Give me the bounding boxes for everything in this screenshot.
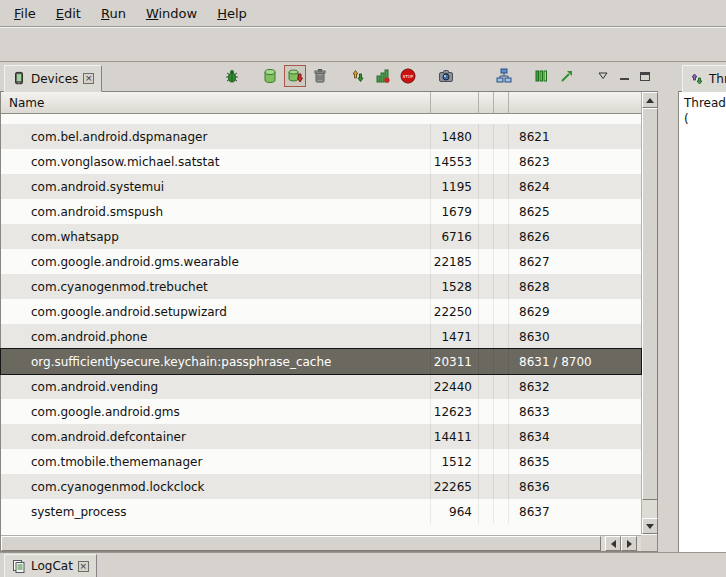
process-col4: [494, 124, 509, 149]
tab-devices[interactable]: Devices ×: [4, 65, 102, 92]
panel-sash[interactable]: [658, 62, 678, 552]
tab-threads[interactable]: Threads: [682, 65, 726, 92]
tab-logcat-close-icon[interactable]: ×: [78, 561, 89, 572]
process-list: com.bel.android.dspmanager 1480 8621 com…: [1, 114, 641, 535]
process-col3: [479, 349, 494, 374]
column-header-4[interactable]: [494, 92, 509, 113]
scroll-left-button[interactable]: [605, 536, 621, 551]
cause-gc-button[interactable]: [309, 65, 331, 87]
process-pid: 22265: [431, 474, 479, 499]
vertical-scroll-thumb[interactable]: [642, 108, 658, 500]
process-col3: [479, 224, 494, 249]
table-row[interactable]: com.cyanogenmod.trebuchet 1528 8628: [1, 274, 641, 299]
threads-tabbar: Threads: [678, 62, 726, 92]
process-col4: [494, 499, 509, 524]
process-port: 8630: [509, 324, 641, 349]
process-name: com.google.android.setupwizard: [1, 299, 431, 324]
scroll-right-button[interactable]: [621, 536, 637, 551]
process-port: 8625: [509, 199, 641, 224]
table-row[interactable]: com.android.defcontainer 14411 8634: [1, 424, 641, 449]
scrollbar-corner: [641, 535, 657, 551]
update-threads-button[interactable]: [347, 65, 369, 87]
table-row[interactable]: com.bel.android.dspmanager 1480 8621: [1, 124, 641, 149]
table-row[interactable]: com.android.phone 1471 8630: [1, 324, 641, 349]
process-col4: [494, 174, 509, 199]
process-pid: 1512: [431, 449, 479, 474]
process-row-partial: [1, 114, 641, 124]
table-row[interactable]: com.tmobile.thememanager 1512 8635: [1, 449, 641, 474]
stop-process-button[interactable]: STOP: [397, 65, 419, 87]
process-pid: 1471: [431, 324, 479, 349]
method-profiling-button[interactable]: [372, 65, 394, 87]
screen-capture-button[interactable]: [435, 65, 457, 87]
scroll-left-icon: [611, 540, 616, 548]
column-header-name[interactable]: Name: [1, 92, 431, 113]
table-row[interactable]: com.google.android.setupwizard 22250 862…: [1, 299, 641, 324]
maximize-button[interactable]: [636, 65, 654, 87]
process-port: 8623: [509, 149, 641, 174]
process-name: com.whatsapp: [1, 224, 431, 249]
update-heap-button[interactable]: [259, 65, 281, 87]
tab-devices-close-icon[interactable]: ×: [83, 73, 94, 84]
process-pid: 1528: [431, 274, 479, 299]
table-row[interactable]: com.google.android.gms 12623 8633: [1, 399, 641, 424]
table-row[interactable]: com.cyanogenmod.lockclock 22265 8636: [1, 474, 641, 499]
capture-state-button[interactable]: [531, 65, 553, 87]
table-row[interactable]: com.android.vending 22440 8632: [1, 374, 641, 399]
process-col3: [479, 124, 494, 149]
menu-file[interactable]: File: [4, 2, 46, 25]
ddms-window: File Edit Run Window Help Devices ×: [0, 0, 726, 577]
process-name: com.bel.android.dspmanager: [1, 124, 431, 149]
process-col3: [479, 249, 494, 274]
process-pid: 1679: [431, 199, 479, 224]
process-name: org.sufficientlysecure.keychain:passphra…: [1, 349, 431, 374]
menu-edit[interactable]: Edit: [46, 2, 91, 25]
devices-panel: Devices ×: [0, 62, 658, 552]
threads-icon: [690, 72, 704, 86]
column-header-3[interactable]: [479, 92, 494, 113]
scroll-down-button[interactable]: [642, 518, 658, 534]
column-header-2[interactable]: [431, 92, 479, 113]
threads-message-line1: Thread up: [684, 95, 726, 111]
process-col4: [494, 399, 509, 424]
column-header-5[interactable]: [509, 92, 641, 113]
menu-window[interactable]: Window: [136, 2, 207, 25]
horizontal-scroll-thumb[interactable]: [1, 536, 601, 551]
process-port: 8629: [509, 299, 641, 324]
hierarchy-view-button[interactable]: [493, 65, 515, 87]
table-row[interactable]: com.android.smspush 1679 8625: [1, 199, 641, 224]
vertical-scrollbar[interactable]: [641, 92, 657, 534]
process-col4: [494, 374, 509, 399]
process-col3: [479, 324, 494, 349]
process-col3: [479, 299, 494, 324]
trace-button[interactable]: [556, 65, 578, 87]
scroll-right-icon: [627, 540, 632, 548]
table-row[interactable]: com.vonglasow.michael.satstat 14553 8623: [1, 149, 641, 174]
process-name: com.cyanogenmod.trebuchet: [1, 274, 431, 299]
table-row[interactable]: com.google.android.gms.wearable 22185 86…: [1, 249, 641, 274]
menubar: File Edit Run Window Help: [0, 0, 726, 27]
scroll-up-button[interactable]: [642, 92, 658, 108]
process-name: com.android.smspush: [1, 199, 431, 224]
debug-button[interactable]: [221, 65, 243, 87]
minimize-button[interactable]: [615, 65, 633, 87]
dump-hprof-icon: [287, 68, 303, 84]
view-menu-button[interactable]: [594, 65, 612, 87]
process-pid: 14553: [431, 149, 479, 174]
dump-hprof-button[interactable]: [284, 65, 306, 87]
table-row[interactable]: com.whatsapp 6716 8626: [1, 224, 641, 249]
tab-logcat[interactable]: LogCat ×: [4, 554, 97, 577]
table-row-selected[interactable]: org.sufficientlysecure.keychain:passphra…: [1, 349, 641, 374]
table-row[interactable]: system_process 964 8637: [1, 499, 641, 524]
table-row[interactable]: com.android.systemui 1195 8624: [1, 174, 641, 199]
process-pid: 964: [431, 499, 479, 524]
process-col4: [494, 424, 509, 449]
process-port: 8633: [509, 399, 641, 424]
process-port: 8631 / 8700: [509, 349, 641, 374]
process-col3: [479, 449, 494, 474]
menu-run[interactable]: Run: [91, 2, 136, 25]
horizontal-scrollbar[interactable]: [1, 535, 657, 551]
menu-help[interactable]: Help: [207, 2, 257, 25]
process-port: 8636: [509, 474, 641, 499]
process-port: 8637: [509, 499, 641, 524]
